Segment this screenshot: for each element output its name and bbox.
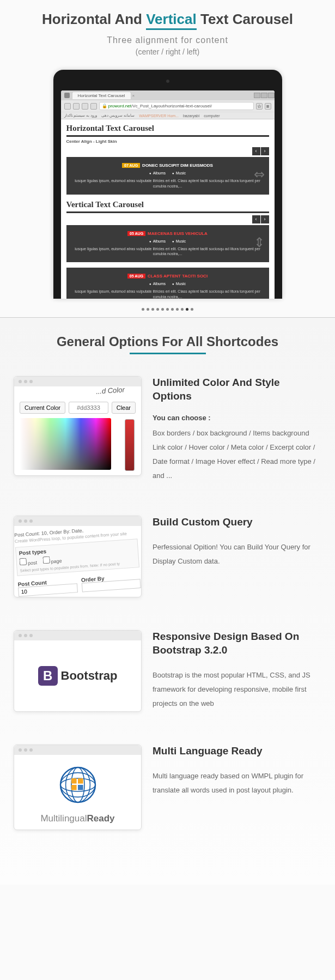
query-preview: Post Count: 10, Order By: Date, Create W… [14, 522, 142, 597]
prev-button[interactable]: ‹ [252, 215, 260, 223]
card-cat[interactable]: Music [172, 239, 186, 243]
url-path: /Vc_Post_Layout/horizontal-text-carousel… [131, 104, 212, 108]
card-excerpt: iusque ligulas ipsum, euismod atras vulp… [72, 246, 264, 257]
card-title[interactable]: CLASS APTENT TACITI SOCI [148, 274, 208, 279]
feature-title: Build Custom Query [153, 516, 321, 529]
current-color-button[interactable]: Current Color [20, 402, 65, 414]
menu-button[interactable]: ≡ [265, 103, 271, 110]
card-categories: AlbumsMusic [72, 239, 264, 243]
title-highlight: Vertical [146, 11, 197, 30]
carousel-item: 05 AUGMAECENAS EUIS VEHICULA AlbumsMusic… [66, 225, 269, 263]
dot[interactable] [151, 308, 154, 311]
maximize-icon[interactable] [261, 93, 267, 98]
card-cat[interactable]: Albums [149, 239, 166, 243]
feature-thumb: Post Count: 10, Order By: Date, Create W… [14, 516, 142, 597]
url-host: proword.net [108, 104, 131, 108]
bookmarks-bar: ورود به سیستم ناکدار سامانه سرویس دهی WA… [61, 112, 275, 119]
dot[interactable] [166, 308, 169, 311]
prev-button[interactable]: ‹ [252, 147, 260, 155]
bookmark[interactable]: سامانه سرویس دهی [101, 113, 135, 118]
address-bar[interactable]: 🔒 proword.net/Vc_Post_Layout/horizontal-… [99, 102, 254, 110]
section-subtitle: Three alignment for content [0, 35, 335, 45]
card-cat[interactable]: Music [172, 282, 186, 286]
bookmark[interactable]: bazaryabi [183, 113, 199, 118]
feature-query: Post Count: 10, Order By: Date, Create W… [0, 516, 335, 630]
card-excerpt: iusque ligulas ipsum, euismod atras vulp… [72, 289, 264, 299]
checkbox-post[interactable] [19, 558, 27, 566]
checkbox-page[interactable] [42, 556, 50, 564]
feature-content: Responsive Design Based On Bootstrap 3.2… [153, 630, 321, 710]
thumb-chrome [14, 745, 141, 755]
dot-active[interactable] [186, 308, 188, 311]
carousel-item: 05 AUGCLASS APTENT TACITI SOCI AlbumsMus… [66, 268, 269, 299]
hex-input[interactable]: #dd3333 [69, 402, 108, 414]
color-picker-preview: ...d Color Current Color #dd3333 Clear [14, 386, 141, 475]
address-bar-row: 🔒 proword.net/Vc_Post_Layout/horizontal-… [61, 100, 275, 112]
home-button[interactable] [90, 103, 97, 110]
card-cat[interactable]: Music [172, 171, 186, 175]
section-title: Horizontal And Vertical Text Carousel [0, 11, 335, 28]
dot[interactable] [161, 308, 164, 311]
card-header: 05 AUGCLASS APTENT TACITI SOCI [72, 273, 264, 279]
feature-desc: Multi language ready based on WMPL plugi… [153, 769, 321, 797]
bookmark[interactable]: WAMPSERVER Hom... [139, 113, 179, 118]
browser-tab[interactable]: Horizontal Text Carousel [72, 92, 131, 99]
next-button[interactable]: › [261, 215, 269, 223]
browser-chrome: Horizontal Text Carousel × 🔒 proword.net… [61, 90, 275, 119]
card-title[interactable]: MAECENAS EUIS VEHICULA [148, 231, 208, 236]
card-cat[interactable]: Albums [149, 282, 166, 286]
dot[interactable] [171, 308, 174, 311]
minimize-icon[interactable] [254, 93, 260, 98]
dot[interactable] [176, 308, 179, 311]
page-h2: Vertical Text Carousel [66, 200, 269, 213]
carousel-item: 07 AUGDONEC SUSCIPIT DIM EUISMODS Albums… [66, 157, 269, 195]
title-text-before: Horizontal And [42, 11, 146, 27]
posttype-post[interactable]: post [20, 560, 38, 567]
dot[interactable] [147, 308, 149, 311]
svg-rect-6 [78, 778, 83, 784]
posttype-page[interactable]: page [42, 558, 62, 565]
dot[interactable] [142, 308, 144, 311]
section-title: General Options For All Shortcodes [0, 334, 335, 349]
globe-icon [56, 763, 100, 807]
svg-rect-7 [71, 785, 77, 790]
feature-desc: Box borders / box background / Items bac… [153, 426, 321, 483]
feature-thumb: B Bootstrap [14, 630, 142, 712]
feature-content: Unlimited Color And Style Options You ca… [153, 376, 321, 483]
section-subtitle-2: (center / right / left) [0, 47, 335, 56]
card-date: 05 AUG [127, 231, 145, 236]
dot[interactable] [156, 308, 159, 311]
color-gradient[interactable] [20, 418, 111, 470]
close-tab-icon[interactable]: × [132, 93, 135, 98]
query-row: Post Count Order By [17, 573, 141, 597]
clear-button[interactable]: Clear [112, 402, 136, 414]
section-options: General Options For All Shortcodes ...d … [0, 317, 335, 885]
svg-rect-8 [78, 785, 83, 790]
card-header: 05 AUGMAECENAS EUIS VEHICULA [72, 231, 264, 236]
carousel-nav: ‹› [66, 147, 269, 155]
svg-rect-5 [71, 778, 77, 784]
bookmark[interactable]: computer [204, 113, 220, 118]
color-controls: Current Color #dd3333 Clear [20, 402, 136, 414]
card-categories: AlbumsMusic [72, 171, 264, 175]
card-date: 05 AUG [127, 274, 145, 279]
feature-desc: Bootstrap is the most popular HTML, CSS,… [153, 668, 321, 711]
browser-window: Horizontal Text Carousel × 🔒 proword.net… [61, 90, 275, 299]
page-indicator [0, 299, 335, 317]
card-cat[interactable]: Albums [149, 171, 166, 175]
feature-multilingual: MultilingualReady Multi Language Ready M… [0, 745, 335, 863]
forward-button[interactable] [73, 103, 80, 110]
bookmark[interactable]: ورود به سیستم ناکدار [64, 113, 98, 118]
card-header: 07 AUGDONEC SUSCIPIT DIM EUISMODS [72, 162, 264, 168]
carousel-nav: ‹› [66, 215, 269, 223]
window-controls [253, 93, 275, 98]
dot[interactable] [191, 308, 193, 311]
favorite-button[interactable]: ☆ [256, 103, 263, 110]
back-button[interactable] [64, 103, 71, 110]
close-icon[interactable] [268, 93, 275, 98]
card-title[interactable]: DONEC SUSCIPIT DIM EUISMODS [142, 163, 213, 168]
reload-button[interactable] [82, 103, 88, 110]
dot[interactable] [181, 308, 184, 311]
next-button[interactable]: › [261, 147, 269, 155]
page-h1: Horizontal Text Carousel [66, 124, 269, 137]
